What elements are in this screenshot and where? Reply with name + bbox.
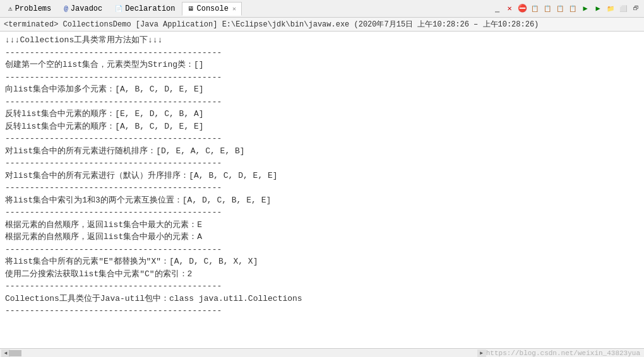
- console-line: ↓↓↓Collections工具类常用方法如下↓↓↓: [5, 34, 639, 47]
- console-line: 根据元素的自然顺序，返回list集合中最大的元素：E: [5, 219, 639, 231]
- console-line: 对list集合中的所有元素进行（默认）升序排序：[A, B, C, D, E, …: [5, 170, 639, 182]
- console-line: 反转list集合中元素的顺序：[E, E, D, C, B, A]: [5, 108, 639, 120]
- stop-btn[interactable]: ⛔: [516, 3, 528, 15]
- console-area: ↓↓↓Collections工具类常用方法如下↓↓↓--------------…: [0, 32, 644, 348]
- console-line: ----------------------------------------…: [5, 71, 639, 84]
- console-icon: 🖥: [188, 5, 194, 13]
- restore-btn[interactable]: 🗗: [630, 3, 641, 15]
- run-btn[interactable]: ▶: [580, 3, 591, 15]
- console-line: 向list集合中添加多个元素：[A, B, C, D, E, E]: [5, 83, 639, 96]
- tab-console[interactable]: 🖥 Console ✕: [182, 2, 241, 16]
- toolbar-icons: ⎯ ✕ ⛔ 📋 📋 📋 📋 ▶ ▶ 📁 ⬜ 🗗: [491, 3, 641, 15]
- console-line: 将list集合中所有的元素"E"都替换为"X"：[A, D, C, B, X, …: [5, 255, 639, 268]
- console-line: 创建第一个空的list集合，元素类型为String类：[]: [5, 59, 639, 71]
- tab-declaration-label: Declaration: [125, 4, 175, 13]
- console-close-icon[interactable]: ✕: [232, 5, 236, 13]
- console-line: 反转list集合中元素的顺序：[A, B, C, D, E, E]: [5, 120, 639, 133]
- console-line: ----------------------------------------…: [5, 132, 639, 145]
- console-line: ----------------------------------------…: [5, 96, 639, 108]
- tab-javadoc[interactable]: @ Javadoc: [58, 2, 108, 16]
- console-line: ----------------------------------------…: [5, 206, 639, 219]
- console-line: ----------------------------------------…: [5, 47, 639, 59]
- close-view-btn[interactable]: ✕: [504, 3, 515, 15]
- problems-icon: ⚠: [8, 4, 13, 13]
- tab-problems[interactable]: ⚠ Problems: [3, 2, 57, 16]
- console-line: ----------------------------------------…: [5, 305, 639, 317]
- copy-btn[interactable]: 📋: [529, 3, 540, 15]
- run-last-btn[interactable]: ▶: [592, 3, 604, 15]
- tab-bar: ⚠ Problems @ Javadoc 📄 Declaration 🖥 Con…: [0, 0, 644, 18]
- console-line: ----------------------------------------…: [5, 243, 639, 256]
- console-line: ----------------------------------------…: [5, 280, 639, 293]
- tab-problems-label: Problems: [15, 4, 52, 13]
- maximize-btn[interactable]: ⬜: [617, 3, 629, 15]
- scroll-lock-btn[interactable]: 📋: [567, 3, 578, 15]
- console-line: ----------------------------------------…: [5, 182, 639, 194]
- javadoc-icon: @: [64, 5, 68, 13]
- console-line: ----------------------------------------…: [5, 157, 639, 170]
- bottom-scrollbar[interactable]: ◀ ▶ https://blog.csdn.net/weixin_43823yu…: [0, 348, 644, 357]
- watermark: https://blog.csdn.net/weixin_43823yua: [486, 349, 640, 357]
- status-text: <terminated> CollectionsDemo [Java Appli…: [4, 20, 539, 29]
- scrollbar-thumb[interactable]: [9, 350, 21, 356]
- console-line: 将list集合中索引为1和3的两个元素互换位置：[A, D, C, B, E, …: [5, 194, 639, 207]
- console-line: Collections工具类位于Java-util包中：class java.u…: [5, 293, 639, 305]
- status-bar: <terminated> CollectionsDemo [Java Appli…: [0, 18, 644, 32]
- tab-declaration[interactable]: 📄 Declaration: [109, 2, 181, 16]
- open-file-btn[interactable]: 📁: [605, 3, 616, 15]
- paste-btn[interactable]: 📋: [542, 3, 553, 15]
- scroll-right-btn[interactable]: ▶: [477, 349, 486, 357]
- minimize-btn[interactable]: ⎯: [491, 3, 503, 15]
- console-line: 对list集合中的所有元素进行随机排序：[D, E, A, C, E, B]: [5, 145, 639, 158]
- clear-btn[interactable]: 📋: [554, 3, 566, 15]
- tab-console-label: Console: [196, 4, 228, 13]
- console-content[interactable]: ↓↓↓Collections工具类常用方法如下↓↓↓--------------…: [0, 32, 644, 348]
- console-line: 使用二分搜索法获取list集合中元素"C"的索引：2: [5, 268, 639, 281]
- console-line: 根据元素的自然顺序，返回list集合中最小的元素：A: [5, 231, 639, 243]
- declaration-icon: 📄: [115, 5, 122, 13]
- tab-javadoc-label: Javadoc: [71, 4, 102, 13]
